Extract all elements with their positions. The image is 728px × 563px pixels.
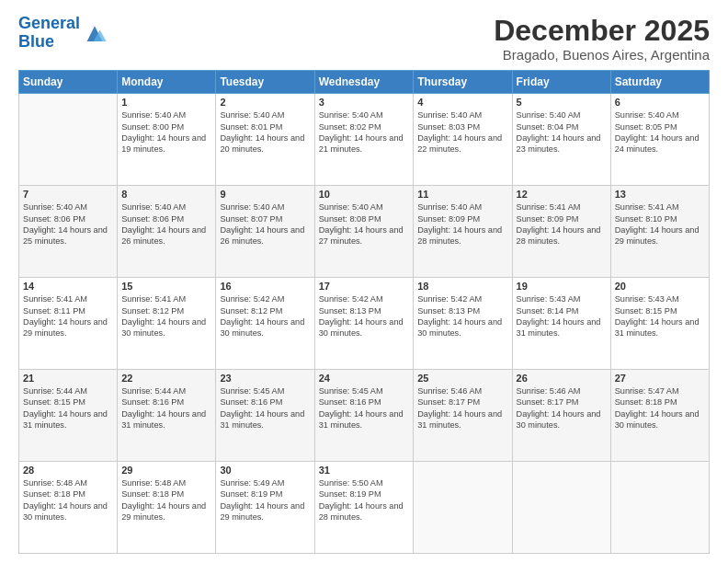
title-area: December 2025 Bragado, Buenos Aires, Arg… bbox=[494, 15, 710, 63]
day-info: Sunrise: 5:42 AM Sunset: 8:13 PM Dayligh… bbox=[417, 293, 507, 339]
table-row: 2Sunrise: 5:40 AM Sunset: 8:01 PM Daylig… bbox=[216, 94, 314, 186]
calendar-week-row: 14Sunrise: 5:41 AM Sunset: 8:11 PM Dayli… bbox=[19, 278, 710, 370]
day-number: 27 bbox=[615, 373, 705, 384]
header-tuesday: Tuesday bbox=[216, 71, 314, 94]
day-info: Sunrise: 5:48 AM Sunset: 8:18 PM Dayligh… bbox=[23, 477, 113, 523]
calendar-week-row: 1Sunrise: 5:40 AM Sunset: 8:00 PM Daylig… bbox=[19, 94, 710, 186]
table-row: 14Sunrise: 5:41 AM Sunset: 8:11 PM Dayli… bbox=[19, 278, 118, 370]
day-number: 28 bbox=[23, 465, 113, 476]
day-info: Sunrise: 5:46 AM Sunset: 8:17 PM Dayligh… bbox=[417, 385, 507, 431]
day-info: Sunrise: 5:41 AM Sunset: 8:09 PM Dayligh… bbox=[517, 201, 607, 247]
day-info: Sunrise: 5:40 AM Sunset: 8:05 PM Dayligh… bbox=[615, 109, 705, 155]
day-info: Sunrise: 5:40 AM Sunset: 8:04 PM Dayligh… bbox=[517, 109, 607, 155]
table-row: 26Sunrise: 5:46 AM Sunset: 8:17 PM Dayli… bbox=[512, 370, 610, 462]
table-row: 16Sunrise: 5:42 AM Sunset: 8:12 PM Dayli… bbox=[216, 278, 314, 370]
day-info: Sunrise: 5:40 AM Sunset: 8:00 PM Dayligh… bbox=[121, 109, 211, 155]
logo: General Blue bbox=[18, 15, 108, 52]
table-row: 25Sunrise: 5:46 AM Sunset: 8:17 PM Dayli… bbox=[414, 370, 512, 462]
table-row bbox=[610, 462, 709, 554]
day-number: 8 bbox=[121, 189, 211, 200]
month-title: December 2025 bbox=[494, 15, 710, 47]
header-friday: Friday bbox=[512, 71, 610, 94]
day-info: Sunrise: 5:45 AM Sunset: 8:16 PM Dayligh… bbox=[220, 385, 310, 431]
day-number: 20 bbox=[615, 281, 705, 292]
table-row bbox=[414, 462, 512, 554]
table-row bbox=[512, 462, 610, 554]
day-number: 1 bbox=[121, 97, 211, 108]
day-number: 19 bbox=[517, 281, 607, 292]
table-row: 24Sunrise: 5:45 AM Sunset: 8:16 PM Dayli… bbox=[314, 370, 414, 462]
day-number: 13 bbox=[615, 189, 705, 200]
day-info: Sunrise: 5:40 AM Sunset: 8:07 PM Dayligh… bbox=[220, 201, 310, 247]
table-row: 3Sunrise: 5:40 AM Sunset: 8:02 PM Daylig… bbox=[314, 94, 414, 186]
day-number: 30 bbox=[220, 465, 310, 476]
header: General Blue December 2025 Bragado, Buen… bbox=[18, 15, 710, 63]
day-info: Sunrise: 5:48 AM Sunset: 8:18 PM Dayligh… bbox=[121, 477, 211, 523]
day-number: 17 bbox=[319, 281, 410, 292]
day-info: Sunrise: 5:43 AM Sunset: 8:14 PM Dayligh… bbox=[517, 293, 607, 339]
calendar-header-row: Sunday Monday Tuesday Wednesday Thursday… bbox=[19, 71, 710, 94]
table-row: 4Sunrise: 5:40 AM Sunset: 8:03 PM Daylig… bbox=[414, 94, 512, 186]
logo-text: General Blue bbox=[18, 15, 80, 52]
table-row: 12Sunrise: 5:41 AM Sunset: 8:09 PM Dayli… bbox=[512, 186, 610, 278]
day-number: 12 bbox=[517, 189, 607, 200]
day-info: Sunrise: 5:49 AM Sunset: 8:19 PM Dayligh… bbox=[220, 477, 310, 523]
day-info: Sunrise: 5:40 AM Sunset: 8:06 PM Dayligh… bbox=[121, 201, 211, 247]
table-row: 30Sunrise: 5:49 AM Sunset: 8:19 PM Dayli… bbox=[216, 462, 314, 554]
table-row: 19Sunrise: 5:43 AM Sunset: 8:14 PM Dayli… bbox=[512, 278, 610, 370]
day-info: Sunrise: 5:44 AM Sunset: 8:16 PM Dayligh… bbox=[121, 385, 211, 431]
day-number: 6 bbox=[615, 97, 705, 108]
header-thursday: Thursday bbox=[414, 71, 512, 94]
logo-icon bbox=[82, 20, 108, 46]
page: General Blue December 2025 Bragado, Buen… bbox=[0, 0, 728, 563]
day-info: Sunrise: 5:47 AM Sunset: 8:18 PM Dayligh… bbox=[615, 385, 705, 431]
day-info: Sunrise: 5:45 AM Sunset: 8:16 PM Dayligh… bbox=[319, 385, 410, 431]
day-info: Sunrise: 5:40 AM Sunset: 8:09 PM Dayligh… bbox=[417, 201, 507, 247]
day-number: 22 bbox=[121, 373, 211, 384]
table-row: 21Sunrise: 5:44 AM Sunset: 8:15 PM Dayli… bbox=[19, 370, 118, 462]
day-info: Sunrise: 5:46 AM Sunset: 8:17 PM Dayligh… bbox=[517, 385, 607, 431]
table-row: 23Sunrise: 5:45 AM Sunset: 8:16 PM Dayli… bbox=[216, 370, 314, 462]
table-row: 22Sunrise: 5:44 AM Sunset: 8:16 PM Dayli… bbox=[118, 370, 216, 462]
day-info: Sunrise: 5:40 AM Sunset: 8:03 PM Dayligh… bbox=[417, 109, 507, 155]
day-number: 2 bbox=[220, 97, 310, 108]
calendar-week-row: 7Sunrise: 5:40 AM Sunset: 8:06 PM Daylig… bbox=[19, 186, 710, 278]
table-row: 20Sunrise: 5:43 AM Sunset: 8:15 PM Dayli… bbox=[610, 278, 709, 370]
day-number: 15 bbox=[121, 281, 211, 292]
day-number: 23 bbox=[220, 373, 310, 384]
day-info: Sunrise: 5:44 AM Sunset: 8:15 PM Dayligh… bbox=[23, 385, 113, 431]
header-sunday: Sunday bbox=[19, 71, 118, 94]
table-row: 18Sunrise: 5:42 AM Sunset: 8:13 PM Dayli… bbox=[414, 278, 512, 370]
day-number: 11 bbox=[417, 189, 507, 200]
table-row: 17Sunrise: 5:42 AM Sunset: 8:13 PM Dayli… bbox=[314, 278, 414, 370]
day-number: 4 bbox=[417, 97, 507, 108]
location-title: Bragado, Buenos Aires, Argentina bbox=[494, 47, 710, 63]
day-number: 24 bbox=[319, 373, 410, 384]
calendar: Sunday Monday Tuesday Wednesday Thursday… bbox=[18, 70, 710, 554]
table-row: 13Sunrise: 5:41 AM Sunset: 8:10 PM Dayli… bbox=[610, 186, 709, 278]
day-info: Sunrise: 5:40 AM Sunset: 8:02 PM Dayligh… bbox=[319, 109, 410, 155]
table-row: 9Sunrise: 5:40 AM Sunset: 8:07 PM Daylig… bbox=[216, 186, 314, 278]
day-number: 5 bbox=[517, 97, 607, 108]
day-info: Sunrise: 5:40 AM Sunset: 8:06 PM Dayligh… bbox=[23, 201, 113, 247]
table-row: 6Sunrise: 5:40 AM Sunset: 8:05 PM Daylig… bbox=[610, 94, 709, 186]
calendar-week-row: 28Sunrise: 5:48 AM Sunset: 8:18 PM Dayli… bbox=[19, 462, 710, 554]
day-number: 29 bbox=[121, 465, 211, 476]
day-number: 9 bbox=[220, 189, 310, 200]
day-info: Sunrise: 5:50 AM Sunset: 8:19 PM Dayligh… bbox=[319, 477, 410, 523]
logo-line2: Blue bbox=[18, 32, 54, 51]
day-number: 31 bbox=[319, 465, 410, 476]
table-row: 28Sunrise: 5:48 AM Sunset: 8:18 PM Dayli… bbox=[19, 462, 118, 554]
table-row: 27Sunrise: 5:47 AM Sunset: 8:18 PM Dayli… bbox=[610, 370, 709, 462]
header-monday: Monday bbox=[118, 71, 216, 94]
table-row: 8Sunrise: 5:40 AM Sunset: 8:06 PM Daylig… bbox=[118, 186, 216, 278]
day-info: Sunrise: 5:41 AM Sunset: 8:12 PM Dayligh… bbox=[121, 293, 211, 339]
logo-line1: General bbox=[18, 14, 80, 32]
day-number: 21 bbox=[23, 373, 113, 384]
calendar-week-row: 21Sunrise: 5:44 AM Sunset: 8:15 PM Dayli… bbox=[19, 370, 710, 462]
table-row: 11Sunrise: 5:40 AM Sunset: 8:09 PM Dayli… bbox=[414, 186, 512, 278]
table-row: 1Sunrise: 5:40 AM Sunset: 8:00 PM Daylig… bbox=[118, 94, 216, 186]
day-number: 3 bbox=[319, 97, 410, 108]
day-number: 26 bbox=[517, 373, 607, 384]
header-saturday: Saturday bbox=[610, 71, 709, 94]
